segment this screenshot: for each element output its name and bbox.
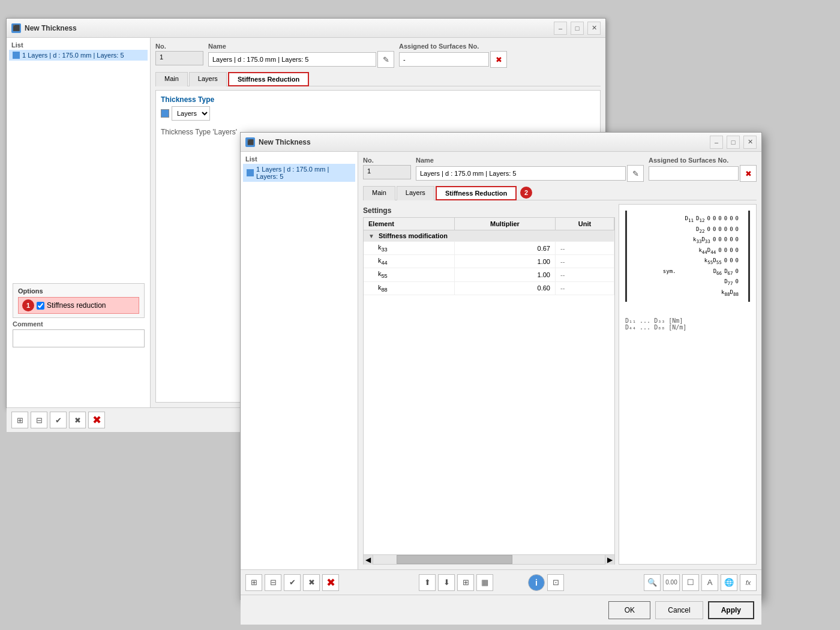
fg-button-bar: OK Cancel Apply — [241, 595, 761, 625]
fg-k55-key: k55 — [364, 268, 454, 281]
fg-tool-reject[interactable]: ✖ — [303, 574, 320, 591]
bg-comment-box[interactable] — [13, 329, 145, 347]
fg-k44-value[interactable]: 1.00 — [454, 255, 555, 268]
fg-collapse-btn[interactable]: ▼ — [368, 233, 374, 239]
fg-scroll-right-btn[interactable]: ▶ — [605, 555, 614, 565]
fg-table-row-k44: k44 1.00 -- — [364, 255, 614, 268]
fg-k88-value[interactable]: 0.60 — [454, 281, 555, 295]
bg-assigned-btn[interactable]: ✖ — [490, 51, 507, 68]
bg-minimize-btn[interactable]: – — [554, 22, 567, 35]
fg-ok-btn[interactable]: OK — [608, 601, 650, 619]
fg-assigned-row: ✖ — [649, 165, 757, 182]
fg-settings-area: Settings Element Multiplier Unit — [363, 204, 615, 565]
fg-m-r1-0: 0 — [707, 214, 710, 225]
fg-list-item-1[interactable]: 1 Layers | d : 175.0 mm | Layers: 5 — [243, 164, 355, 182]
bg-close-btn[interactable]: ✕ — [587, 22, 601, 35]
bg-tool-delete[interactable]: ✖ — [88, 412, 105, 428]
bg-options-section: Options 1 Stiffness reduction — [13, 283, 145, 318]
bg-tool-new[interactable]: ⊞ — [11, 412, 28, 428]
bg-thickness-color — [161, 109, 169, 118]
fg-list-panel: List 1 Layers | d : 175.0 mm | Layers: 5 — [241, 152, 358, 569]
bg-options-header: Options — [18, 287, 139, 295]
fg-m-r3-3: 0 — [730, 235, 733, 246]
fg-tool-export[interactable]: ⬆ — [419, 574, 436, 591]
fg-legend-2: D₄₄ ... D₈₈ [N/m] — [625, 324, 750, 331]
fg-tool-text2[interactable]: A — [701, 574, 718, 591]
fg-maximize-btn[interactable]: □ — [727, 136, 740, 149]
fg-scroll-track[interactable] — [373, 555, 605, 564]
bg-list-item-1[interactable]: 1 Layers | d : 175.0 mm | Layers: 5 — [9, 50, 148, 61]
fg-table-wrapper: Element Multiplier Unit ▼ Stiffness modi… — [363, 217, 615, 555]
fg-tool-extra[interactable]: ⊡ — [547, 574, 564, 591]
fg-hscrollbar[interactable]: ◀ ▶ — [363, 555, 615, 565]
bg-tool-copy[interactable]: ⊟ — [31, 412, 47, 428]
fg-m-r3-4: 0 — [736, 235, 739, 246]
bg-no-value: 1 — [155, 51, 203, 65]
fg-k55-value[interactable]: 1.00 — [454, 268, 555, 281]
bg-tab-stiffness[interactable]: Stiffness Reduction — [228, 72, 309, 86]
fg-tool-globe2[interactable]: 🌐 — [721, 574, 737, 591]
fg-tool-copy[interactable]: ⊟ — [265, 574, 281, 591]
fg-matrix-area: D11 D12 0 0 0 0 0 0 D22 0 — [619, 204, 757, 565]
fg-assigned-input[interactable] — [649, 166, 739, 181]
bg-title-icon: ⬛ — [11, 23, 21, 33]
fg-dialog-content: List 1 Layers | d : 175.0 mm | Layers: 5… — [241, 152, 761, 569]
fg-name-input[interactable]: Layers | d : 175.0 mm | Layers: 5 — [416, 166, 626, 181]
fg-apply-btn[interactable]: Apply — [708, 601, 754, 619]
fg-m-r6-0: 0 — [736, 267, 739, 278]
fg-k33-value[interactable]: 0.67 — [454, 242, 555, 255]
bg-tool-accept[interactable]: ✔ — [50, 412, 67, 428]
fg-no-field: No. 1 — [363, 157, 411, 179]
fg-assigned-btn[interactable]: ✖ — [740, 165, 757, 182]
fg-tool-table[interactable]: ▦ — [476, 574, 493, 591]
fg-m-k33d33: k33D33 — [693, 235, 710, 246]
bg-tab-layers[interactable]: Layers — [189, 72, 227, 86]
bg-stiffness-reduction-checkbox[interactable] — [37, 302, 44, 310]
fg-name-input-row: Layers | d : 175.0 mm | Layers: 5 ✎ — [416, 165, 644, 182]
fg-tab-stiffness[interactable]: Stiffness Reduction — [436, 186, 517, 200]
fg-matrix-row-1: D11 D12 0 0 0 0 0 0 — [637, 214, 739, 225]
fg-cancel-btn[interactable]: Cancel — [655, 601, 703, 619]
fg-m-r2-2: 0 — [718, 225, 721, 236]
fg-tool-import[interactable]: ⬇ — [438, 574, 455, 591]
fg-m-r2-sp — [680, 225, 694, 236]
bg-assigned-input[interactable] — [399, 52, 489, 67]
fg-tool-search[interactable]: 🔍 — [644, 574, 661, 591]
bg-maximize-btn[interactable]: □ — [571, 22, 584, 35]
bg-assigned-row: ✖ — [399, 51, 507, 68]
fg-col-element: Element — [364, 218, 454, 230]
fg-tool-new[interactable]: ⊞ — [245, 574, 262, 591]
fg-tab-layers[interactable]: Layers — [397, 186, 434, 200]
fg-tool-grid[interactable]: ⊞ — [457, 574, 474, 591]
fg-table-row-k55: k55 1.00 -- — [364, 268, 614, 281]
fg-minimize-btn[interactable]: – — [710, 136, 723, 149]
fg-m-r1-5: 0 — [736, 214, 739, 225]
fg-tool-decimal[interactable]: 0.00 — [663, 574, 680, 591]
fg-group-label-text: Stiffness modification — [379, 232, 448, 239]
fg-tool-delete[interactable]: ✖ — [322, 574, 339, 591]
fg-info-btn[interactable]: i — [528, 574, 545, 591]
fg-matrix-display: D11 D12 0 0 0 0 0 0 D22 0 — [625, 211, 750, 302]
fg-tab-main[interactable]: Main — [363, 186, 395, 200]
fg-name-edit-btn[interactable]: ✎ — [627, 165, 644, 182]
fg-tool-box2[interactable]: ☐ — [682, 574, 699, 591]
fg-tabs-bar: Main Layers Stiffness Reduction 2 — [363, 185, 757, 200]
bg-tab-main[interactable]: Main — [155, 72, 188, 86]
bg-name-edit-btn[interactable]: ✎ — [377, 51, 394, 68]
bg-thickness-select[interactable]: Layers — [172, 106, 210, 121]
fg-tool-fx2[interactable]: fx — [740, 574, 757, 591]
bg-thickness-type-label: Thickness Type — [161, 95, 595, 104]
bg-name-input[interactable]: Layers | d : 175.0 mm | Layers: 5 — [208, 52, 376, 67]
fg-dialog: ⬛ New Thickness – □ ✕ List 1 Layers | d … — [240, 132, 762, 600]
fg-close-btn[interactable]: ✕ — [743, 136, 757, 149]
fg-title-text: New Thickness — [259, 138, 706, 146]
bg-tool-reject[interactable]: ✖ — [69, 412, 86, 428]
bg-assigned-label: Assigned to Surfaces No. — [399, 43, 507, 50]
fg-title-icon: ⬛ — [245, 137, 255, 147]
fg-scroll-thumb[interactable] — [397, 555, 512, 564]
fg-scroll-left-btn[interactable]: ◀ — [364, 555, 373, 565]
fg-matrix-row-6: sym. D66 D67 0 — [637, 267, 739, 278]
fg-m-r4-0: 0 — [718, 246, 721, 257]
fg-tool-accept[interactable]: ✔ — [284, 574, 301, 591]
fg-assigned-label: Assigned to Surfaces No. — [649, 157, 757, 164]
